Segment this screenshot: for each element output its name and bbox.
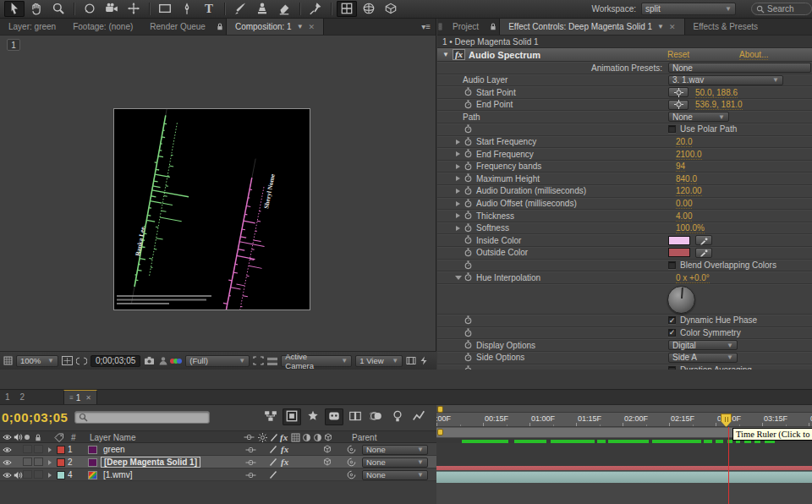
position-value[interactable]: 50.0, 188.6: [695, 88, 738, 98]
camera-view-dropdown[interactable]: Active Camera▼: [281, 355, 352, 367]
fx-switch[interactable]: fx: [281, 444, 288, 454]
hue-dial[interactable]: [667, 286, 695, 314]
layer-name[interactable]: green: [103, 445, 125, 454]
stopwatch-icon[interactable]: [464, 353, 473, 364]
safe-margins-icon[interactable]: [62, 356, 73, 365]
param-value[interactable]: 4.00: [676, 211, 692, 222]
work-area-start-marker[interactable]: [437, 406, 443, 413]
stopwatch-icon[interactable]: [464, 340, 473, 351]
quality-switch[interactable]: [269, 457, 277, 468]
reset-link[interactable]: Reset: [667, 50, 689, 60]
eye-icon[interactable]: [3, 446, 12, 456]
clone-stamp-tool-button[interactable]: [252, 1, 272, 17]
world-axis-mode-button[interactable]: [359, 1, 379, 17]
fast-preview-icon[interactable]: [420, 356, 428, 365]
stopwatch-icon[interactable]: [464, 87, 473, 98]
tab-close-icon[interactable]: ✕: [669, 23, 676, 31]
viewer-tab[interactable]: Composition: 1▼✕: [226, 19, 324, 35]
expand-triangle-icon[interactable]: [456, 140, 460, 145]
mask-toggle-icon[interactable]: [76, 357, 87, 365]
3d-switch[interactable]: [322, 457, 332, 468]
always-preview-icon[interactable]: [3, 356, 13, 365]
parent-pickwhip-icon[interactable]: [347, 457, 356, 468]
tab-close-icon[interactable]: ✕: [309, 23, 315, 31]
brainstorm-button[interactable]: [388, 408, 407, 425]
speaker-icon[interactable]: [14, 471, 23, 481]
panel-menu-icon[interactable]: ▾≡: [416, 19, 436, 35]
motion-blur-button[interactable]: [367, 408, 386, 425]
timeline-tab[interactable]: 1: [0, 390, 15, 404]
timeline-layer-row[interactable]: 2[Deep Magenta Solid 1]fxNone▼: [0, 456, 436, 468]
expand-triangle-icon[interactable]: [48, 447, 52, 452]
panel-lock-icon[interactable]: [487, 19, 499, 35]
effect-title-row[interactable]: ▼ fx Audio Spectrum Reset About...: [437, 48, 812, 62]
expand-triangle-icon[interactable]: [456, 189, 460, 194]
time-ruler[interactable]: 0:00F00:15F01:00F01:15F02:00F02:15F03:00…: [436, 413, 812, 427]
expand-triangle-icon[interactable]: [48, 473, 52, 478]
parent-pickwhip-icon[interactable]: [347, 470, 356, 481]
param-value[interactable]: 100.0%: [676, 223, 705, 233]
layer-duration-bar[interactable]: [436, 471, 812, 483]
tab-menu-icon[interactable]: ▼: [297, 23, 304, 30]
workspace-search-input[interactable]: Search: [751, 3, 812, 15]
eye-icon[interactable]: [3, 471, 12, 481]
hand-tool-button[interactable]: [26, 1, 47, 17]
param-value[interactable]: 0.00: [676, 199, 692, 209]
lock-cell[interactable]: [34, 445, 43, 453]
label-color-chip[interactable]: [57, 458, 65, 467]
resolution-dropdown[interactable]: (Full)▼: [185, 355, 250, 367]
view-axis-mode-button[interactable]: [381, 1, 401, 17]
checkbox[interactable]: ✓: [668, 316, 676, 324]
checkbox[interactable]: [668, 366, 676, 370]
fx-switch[interactable]: fx: [281, 457, 288, 467]
param-value[interactable]: 0 x +0.0°: [676, 273, 710, 283]
pick-point-button[interactable]: [668, 87, 689, 97]
stopwatch-icon[interactable]: [464, 173, 473, 184]
panel-grip[interactable]: [437, 19, 444, 35]
label-color-chip[interactable]: [57, 446, 65, 454]
stopwatch-icon[interactable]: [464, 199, 473, 210]
effects-tab[interactable]: Project: [444, 19, 487, 35]
solo-cell[interactable]: [23, 470, 32, 479]
stopwatch-icon[interactable]: [464, 315, 473, 326]
timeline-tab[interactable]: 2: [15, 390, 30, 404]
shy-switch[interactable]: [245, 458, 256, 468]
solo-cell[interactable]: [23, 457, 32, 466]
parent-dropdown[interactable]: None▼: [362, 445, 428, 455]
solo-cell[interactable]: [23, 445, 32, 453]
expand-triangle-icon[interactable]: [456, 226, 460, 231]
eye-icon[interactable]: [3, 458, 12, 468]
stopwatch-icon[interactable]: [464, 186, 473, 197]
stopwatch-icon[interactable]: [464, 137, 473, 148]
puppet-pin-tool-button[interactable]: [305, 1, 326, 17]
effects-tab[interactable]: Effects & Presets: [685, 19, 767, 35]
3d-switch[interactable]: [322, 444, 332, 456]
timeline-search-input[interactable]: [74, 411, 210, 424]
param-value[interactable]: 120.00: [676, 186, 702, 196]
region-of-interest-icon[interactable]: [253, 356, 264, 365]
composition-canvas[interactable]: Ranka Lee Sheryl Nome: [113, 108, 310, 310]
param-value[interactable]: 840.0: [676, 174, 697, 184]
checkbox[interactable]: ✓: [668, 329, 676, 337]
pick-point-button[interactable]: [668, 100, 689, 110]
viewer-tab[interactable]: Render Queue: [141, 19, 214, 35]
magnification-dropdown[interactable]: 100%▼: [16, 355, 58, 367]
stopwatch-icon[interactable]: [464, 211, 473, 222]
shy-switch[interactable]: [245, 446, 256, 456]
parent-dropdown[interactable]: None▼: [362, 470, 428, 480]
viewer-timecode[interactable]: 0;00;03;05: [91, 355, 140, 367]
effects-tab[interactable]: Effect Controls: Deep Magenta Solid 1▼✕: [499, 19, 684, 35]
lock-cell[interactable]: [34, 470, 43, 479]
work-area-marker[interactable]: [437, 429, 443, 436]
shy-switch[interactable]: [245, 471, 256, 481]
local-axis-mode-button[interactable]: [337, 1, 357, 17]
quality-switch[interactable]: [269, 470, 277, 481]
param-value[interactable]: 94: [676, 162, 685, 172]
checkbox[interactable]: [668, 125, 676, 133]
timeline-layer-row[interactable]: 4[1.wmv]None▼: [0, 468, 436, 481]
collapse-triangle-icon[interactable]: [455, 276, 462, 282]
tab-menu-icon[interactable]: ▼: [657, 23, 664, 30]
graph-editor-button[interactable]: [409, 408, 428, 425]
stopwatch-icon[interactable]: [464, 223, 473, 234]
tab-close-icon[interactable]: ✕: [85, 394, 91, 402]
